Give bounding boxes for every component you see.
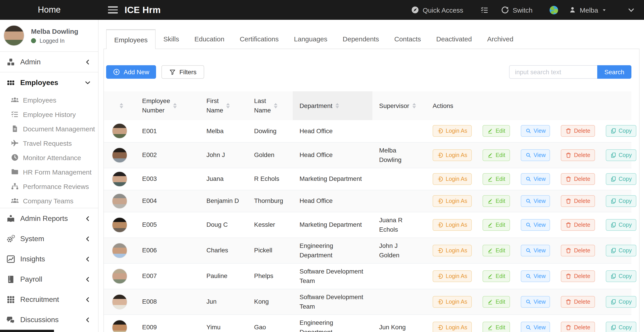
sort-carets-icon[interactable] bbox=[226, 103, 230, 108]
navbar-collapse-chevron-icon[interactable] bbox=[627, 6, 635, 14]
login-as-button[interactable]: Login As bbox=[433, 244, 472, 256]
sidebar-group-system[interactable]: System bbox=[0, 228, 98, 249]
quick-access-button[interactable]: Quick Access bbox=[411, 6, 463, 14]
tab-dependents[interactable]: Dependents bbox=[335, 29, 387, 48]
sidebar-item-monitor-attendance[interactable]: Monitor Attendance bbox=[0, 150, 98, 165]
sidebar-group-admin[interactable]: Admin bbox=[0, 52, 98, 72]
login-as-button[interactable]: Login As bbox=[433, 173, 472, 185]
tab-deactivated[interactable]: Deactivated bbox=[428, 29, 480, 48]
edit-button[interactable]: Edit bbox=[482, 125, 510, 137]
delete-button[interactable]: Delete bbox=[561, 244, 595, 256]
column-header-department[interactable]: Department bbox=[293, 91, 372, 120]
search-button[interactable]: Search bbox=[597, 65, 632, 79]
view-button[interactable]: View bbox=[520, 219, 550, 230]
column-header-first-name[interactable]: First Name bbox=[200, 91, 247, 120]
tasks-checklist-icon[interactable] bbox=[480, 6, 489, 14]
sort-carets-icon[interactable] bbox=[274, 103, 278, 108]
copy-button[interactable]: Copy bbox=[606, 296, 636, 308]
employee-avatar[interactable] bbox=[112, 268, 127, 284]
view-button[interactable]: View bbox=[520, 296, 550, 308]
search-input[interactable] bbox=[509, 65, 597, 79]
employee-avatar[interactable] bbox=[112, 294, 127, 309]
view-button[interactable]: View bbox=[520, 195, 550, 207]
language-globe-icon[interactable] bbox=[550, 6, 558, 14]
tab-education[interactable]: Education bbox=[187, 29, 232, 48]
tab-archived[interactable]: Archived bbox=[480, 29, 521, 48]
employee-avatar[interactable] bbox=[112, 243, 127, 258]
tab-skills[interactable]: Skills bbox=[156, 29, 187, 48]
employee-avatar[interactable] bbox=[112, 320, 127, 332]
edit-button[interactable]: Edit bbox=[482, 322, 510, 332]
copy-button[interactable]: Copy bbox=[606, 195, 636, 207]
sidebar-group-payroll[interactable]: Payroll bbox=[0, 269, 98, 289]
view-button[interactable]: View bbox=[520, 125, 550, 137]
tab-employees[interactable]: Employees bbox=[106, 29, 156, 49]
view-button[interactable]: View bbox=[520, 322, 550, 332]
sidebar-item-document-management[interactable]: Document Management bbox=[0, 122, 98, 136]
sidebar-item-company-teams[interactable]: Company Teams bbox=[0, 194, 98, 208]
view-button[interactable]: View bbox=[520, 244, 550, 256]
sort-carets-icon[interactable] bbox=[412, 103, 416, 108]
sidebar-group-recruitment[interactable]: Recruitment bbox=[0, 289, 98, 310]
edit-button[interactable]: Edit bbox=[482, 173, 510, 185]
copy-button[interactable]: Copy bbox=[606, 322, 636, 332]
edit-button[interactable]: Edit bbox=[482, 270, 510, 282]
delete-button[interactable]: Delete bbox=[561, 125, 595, 137]
view-button[interactable]: View bbox=[520, 270, 550, 282]
filters-button[interactable]: Filters bbox=[162, 65, 204, 79]
tab-languages[interactable]: Languages bbox=[286, 29, 335, 48]
login-as-button[interactable]: Login As bbox=[433, 219, 472, 230]
login-as-button[interactable]: Login As bbox=[433, 125, 472, 137]
edit-button[interactable]: Edit bbox=[482, 296, 510, 308]
copy-button[interactable]: Copy bbox=[606, 125, 636, 137]
delete-button[interactable]: Delete bbox=[561, 270, 595, 282]
column-header-sort[interactable] bbox=[104, 91, 135, 120]
sort-carets-icon[interactable] bbox=[336, 103, 339, 108]
tab-contacts[interactable]: Contacts bbox=[387, 29, 428, 48]
column-header-supervisor[interactable]: Supervisor bbox=[372, 91, 432, 120]
switch-user-button[interactable]: Switch bbox=[501, 6, 532, 14]
hamburger-menu-icon[interactable] bbox=[108, 4, 118, 15]
login-as-button[interactable]: Login As bbox=[433, 322, 472, 332]
login-as-button[interactable]: Login As bbox=[433, 195, 472, 207]
copy-button[interactable]: Copy bbox=[606, 173, 636, 185]
profile-avatar[interactable] bbox=[4, 25, 24, 46]
sidebar-item-travel-requests[interactable]: Travel Requests bbox=[0, 136, 98, 150]
employee-avatar[interactable] bbox=[112, 217, 127, 232]
user-menu[interactable]: Melba bbox=[569, 6, 607, 14]
sidebar-item-hr-form-management[interactable]: HR Form Management bbox=[0, 165, 98, 179]
sort-carets-icon[interactable] bbox=[173, 103, 177, 108]
nav-home-link[interactable]: Home bbox=[0, 5, 98, 15]
edit-button[interactable]: Edit bbox=[482, 149, 510, 161]
sidebar-group-admin-reports[interactable]: Admin Reports bbox=[0, 208, 98, 228]
sidebar-group-employees[interactable]: Employees bbox=[0, 72, 98, 93]
add-new-button[interactable]: Add New bbox=[106, 65, 156, 79]
column-header-employee-number[interactable]: Employee Number bbox=[135, 91, 200, 120]
sidebar-group-insights[interactable]: Insights bbox=[0, 249, 98, 269]
delete-button[interactable]: Delete bbox=[561, 296, 595, 308]
employee-avatar[interactable] bbox=[112, 193, 127, 208]
employee-avatar[interactable] bbox=[112, 124, 127, 139]
edit-button[interactable]: Edit bbox=[482, 219, 510, 230]
tab-certifications[interactable]: Certifications bbox=[232, 29, 286, 48]
delete-button[interactable]: Delete bbox=[561, 219, 595, 230]
delete-button[interactable]: Delete bbox=[561, 173, 595, 185]
login-as-button[interactable]: Login As bbox=[433, 270, 472, 282]
edit-button[interactable]: Edit bbox=[482, 244, 510, 256]
login-as-button[interactable]: Login As bbox=[433, 149, 472, 161]
view-button[interactable]: View bbox=[520, 173, 550, 185]
copy-button[interactable]: Copy bbox=[606, 244, 636, 256]
copy-button[interactable]: Copy bbox=[606, 219, 636, 230]
copy-button[interactable]: Copy bbox=[606, 149, 636, 161]
sidebar-item-employees[interactable]: Employees bbox=[0, 93, 98, 107]
sidebar-group-discussions[interactable]: Discussions bbox=[0, 310, 98, 330]
sidebar-item-performance-reviews[interactable]: Performance Reviews bbox=[0, 179, 98, 194]
view-button[interactable]: View bbox=[520, 149, 550, 161]
employee-avatar[interactable] bbox=[112, 147, 127, 163]
sidebar-item-employee-history[interactable]: Employee History bbox=[0, 107, 98, 122]
column-header-last-name[interactable]: Last Name bbox=[247, 91, 293, 120]
login-as-button[interactable]: Login As bbox=[433, 296, 472, 308]
sort-carets-icon[interactable] bbox=[120, 103, 123, 108]
delete-button[interactable]: Delete bbox=[561, 149, 595, 161]
copy-button[interactable]: Copy bbox=[606, 270, 636, 282]
